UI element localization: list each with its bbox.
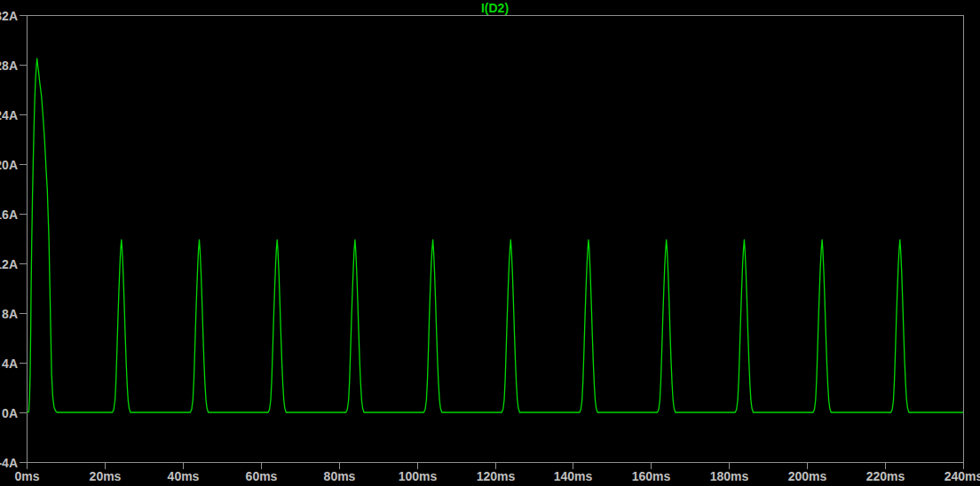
y-tick-label: 20A: [0, 158, 18, 172]
x-tick-label: 100ms: [399, 469, 438, 483]
y-tick-label: 8A: [2, 307, 18, 321]
waveform-viewer-pane: I(D2) 32A28A24A20A16A12A8A4A0A-4A0ms20ms…: [0, 0, 980, 486]
waveform-plot: 32A28A24A20A16A12A8A4A0A-4A0ms20ms40ms60…: [0, 0, 980, 486]
x-tick-label: 140ms: [554, 469, 593, 483]
x-tick-label: 200ms: [788, 469, 827, 483]
y-tick-label: 24A: [0, 108, 18, 122]
plot-border: [27, 15, 963, 462]
y-tick-label: -4A: [0, 456, 18, 470]
y-tick-label: 12A: [0, 257, 18, 271]
x-tick-label: 40ms: [168, 469, 200, 483]
y-tick-label: 16A: [0, 208, 18, 222]
x-tick-label: 0ms: [14, 469, 39, 483]
x-tick-label: 160ms: [632, 469, 671, 483]
x-tick-label: 80ms: [324, 469, 356, 483]
x-tick-label: 180ms: [710, 469, 749, 483]
x-tick-label: 220ms: [866, 469, 905, 483]
x-tick-label: 60ms: [246, 469, 278, 483]
trace-label[interactable]: I(D2): [27, 1, 963, 15]
current-trace[interactable]: [27, 59, 963, 412]
y-tick-label: 28A: [0, 59, 18, 73]
y-tick-label: 0A: [2, 406, 18, 420]
y-tick-label: 4A: [2, 357, 18, 371]
x-tick-label: 20ms: [90, 469, 122, 483]
x-tick-label: 120ms: [477, 469, 516, 483]
y-tick-label: 32A: [0, 9, 18, 23]
x-tick-label: 240ms: [944, 469, 980, 483]
